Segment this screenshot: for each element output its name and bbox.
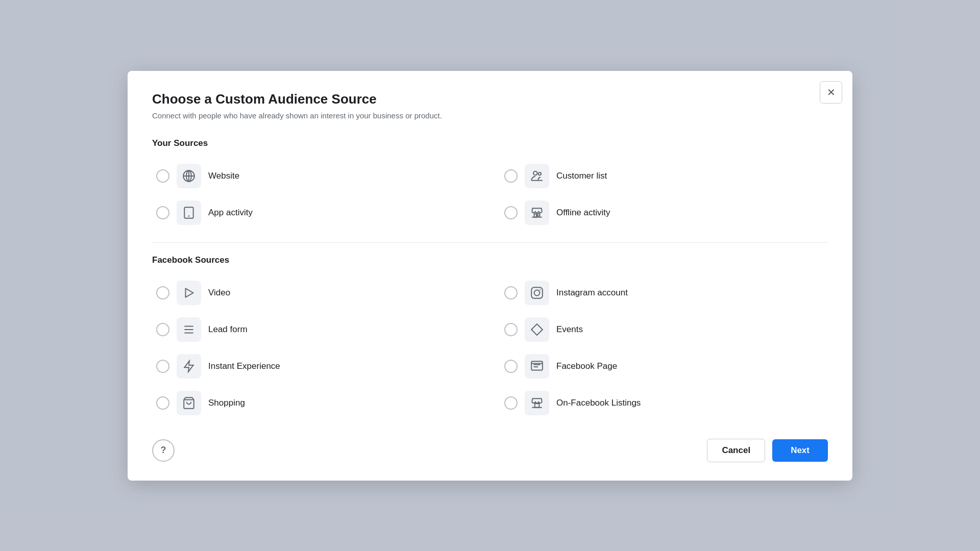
modal-footer: ? Cancel Next	[152, 439, 828, 462]
option-app-activity[interactable]: App activity	[152, 195, 480, 230]
radio-website[interactable]	[156, 169, 169, 183]
svg-marker-18	[531, 324, 543, 335]
option-website[interactable]: Website	[152, 159, 480, 193]
radio-on-facebook-listings[interactable]	[504, 396, 518, 410]
svg-rect-9	[537, 214, 540, 216]
help-icon: ?	[161, 445, 166, 456]
radio-lead-form[interactable]	[156, 323, 169, 336]
modal-overlay: ✕ Choose a Custom Audience Source Connec…	[0, 0, 980, 551]
svg-point-5	[538, 172, 541, 174]
tablet-icon	[177, 201, 201, 225]
option-shopping[interactable]: Shopping	[152, 386, 480, 420]
facebook-sources-grid: Video Instagram account	[152, 276, 828, 420]
svg-marker-19	[184, 361, 193, 372]
on-facebook-listings-label: On-Facebook Listings	[556, 398, 641, 408]
customer-list-label: Customer list	[556, 171, 607, 181]
svg-point-13	[534, 290, 540, 295]
cart-icon	[177, 391, 201, 415]
facebook-sources-heading: Facebook Sources	[152, 255, 828, 265]
bolt-icon	[177, 354, 201, 379]
svg-rect-20	[531, 361, 543, 370]
play-icon	[177, 281, 201, 305]
option-events[interactable]: Events	[500, 312, 828, 347]
instagram-icon	[525, 281, 549, 305]
svg-rect-25	[535, 404, 540, 408]
shopping-label: Shopping	[208, 398, 245, 408]
facebook-page-label: Facebook Page	[556, 361, 617, 371]
lead-form-label: Lead form	[208, 324, 248, 335]
svg-point-4	[533, 171, 537, 175]
events-label: Events	[556, 324, 583, 335]
radio-instagram[interactable]	[504, 286, 518, 299]
video-label: Video	[208, 288, 230, 298]
svg-rect-12	[531, 287, 543, 298]
modal-subtitle: Connect with people who have already sho…	[152, 111, 828, 120]
dialog: ✕ Choose a Custom Audience Source Connec…	[128, 71, 852, 481]
close-icon: ✕	[827, 86, 836, 98]
option-on-facebook-listings[interactable]: On-Facebook Listings	[500, 386, 828, 420]
option-offline-activity[interactable]: Offline activity	[500, 195, 828, 230]
option-facebook-page[interactable]: Facebook Page	[500, 349, 828, 384]
footer-actions: Cancel Next	[707, 439, 828, 462]
instant-experience-label: Instant Experience	[208, 361, 280, 371]
cancel-button[interactable]: Cancel	[707, 439, 765, 462]
radio-facebook-page[interactable]	[504, 360, 518, 373]
instagram-label: Instagram account	[556, 288, 628, 298]
svg-point-14	[540, 289, 541, 290]
option-instagram[interactable]: Instagram account	[500, 276, 828, 310]
lines-icon	[177, 317, 201, 342]
modal-title: Choose a Custom Audience Source	[152, 91, 828, 107]
your-sources-heading: Your Sources	[152, 138, 828, 148]
option-lead-form[interactable]: Lead form	[152, 312, 480, 347]
radio-events[interactable]	[504, 323, 518, 336]
diamond-icon	[525, 317, 549, 342]
radio-video[interactable]	[156, 286, 169, 299]
offline-activity-label: Offline activity	[556, 208, 610, 218]
option-instant-experience[interactable]: Instant Experience	[152, 349, 480, 384]
listings-icon	[525, 391, 549, 415]
website-label: Website	[208, 171, 239, 181]
radio-shopping[interactable]	[156, 396, 169, 410]
app-activity-label: App activity	[208, 208, 253, 218]
next-button[interactable]: Next	[772, 439, 828, 462]
help-button[interactable]: ?	[152, 439, 175, 462]
your-sources-grid: Website Customer list	[152, 159, 828, 230]
store-icon	[525, 201, 549, 225]
svg-marker-11	[186, 288, 193, 297]
radio-customer-list[interactable]	[504, 169, 518, 183]
section-divider	[152, 242, 828, 243]
close-button[interactable]: ✕	[820, 81, 842, 104]
radio-app-activity[interactable]	[156, 206, 169, 219]
radio-instant-experience[interactable]	[156, 360, 169, 373]
people-icon	[525, 164, 549, 188]
option-video[interactable]: Video	[152, 276, 480, 310]
option-customer-list[interactable]: Customer list	[500, 159, 828, 193]
svg-rect-8	[534, 214, 536, 217]
fbpage-icon	[525, 354, 549, 379]
globe-icon	[177, 164, 201, 188]
radio-offline-activity[interactable]	[504, 206, 518, 219]
